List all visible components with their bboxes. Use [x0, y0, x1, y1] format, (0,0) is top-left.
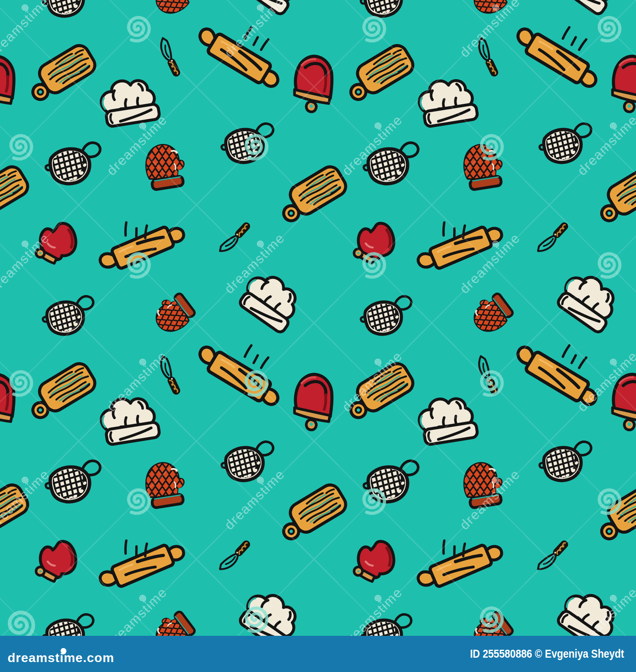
svg-text:dreamstime.com: dreamstime.com: [8, 651, 114, 665]
svg-text:ID 255580886 © Evgeniya Sheydt: ID 255580886 © Evgeniya Sheydt: [470, 647, 624, 660]
